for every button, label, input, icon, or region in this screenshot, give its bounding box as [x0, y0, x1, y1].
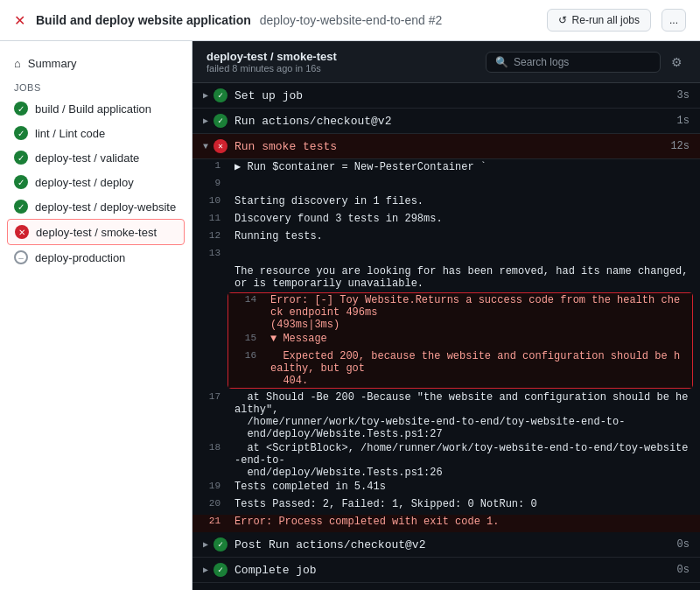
step-error-icon [214, 139, 228, 153]
sidebar: ⌂ Summary Jobs build / Build application… [0, 41, 192, 590]
main-content: deploy-test / smoke-test failed 8 minute… [192, 41, 700, 590]
log-line: 20 Tests Passed: 2, Failed: 1, Skipped: … [192, 497, 700, 515]
more-button[interactable]: ... [662, 9, 686, 32]
step-success-icon [214, 88, 228, 102]
step-checkout[interactable]: ▶ Run actions/checkout@v2 1s [192, 109, 700, 134]
log-error-line: 15 ▼ Message [228, 332, 692, 349]
sidebar-item-deploy[interactable]: deploy-test / deploy [0, 170, 192, 194]
success-icon [14, 200, 28, 214]
success-icon [14, 151, 28, 165]
home-icon: ⌂ [14, 57, 21, 70]
page-title: Build and deploy website application dep… [36, 13, 536, 27]
error-icon [15, 225, 29, 239]
step-success-icon [214, 537, 228, 551]
log-area: ▶ Set up job 3s ▶ Run actions/checkout@v… [192, 83, 700, 590]
step-smoke[interactable]: ▼ Run smoke tests 12s [192, 134, 700, 159]
jobs-section-label: Jobs [0, 75, 192, 96]
log-line: 17 at Should -Be 200 -Because "the websi… [192, 390, 700, 441]
log-line: 21 Error: Process completed with exit co… [192, 515, 700, 532]
sidebar-summary[interactable]: ⌂ Summary [0, 52, 192, 75]
step-success-icon [214, 114, 228, 128]
log-line: 10 Starting discovery in 1 files. [192, 194, 700, 212]
log-line: 13 [192, 247, 700, 264]
log-line: 19 Tests completed in 5.41s [192, 480, 700, 497]
main-header: deploy-test / smoke-test failed 8 minute… [192, 41, 700, 83]
sidebar-item-build[interactable]: build / Build application [0, 96, 192, 121]
chevron-right-icon: ▶ [203, 90, 208, 101]
log-line: 1 ▶ Run $container = New-PesterContainer… [192, 159, 700, 177]
step-success-icon [214, 563, 228, 577]
log-line: 11 Discovery found 3 tests in 298ms. [192, 212, 700, 229]
main-header-title: deploy-test / smoke-test failed 8 minute… [206, 50, 337, 74]
skip-icon [14, 250, 28, 264]
search-bar[interactable]: 🔍 Search logs [486, 52, 661, 73]
error-block: 14 Error: [-] Toy Website.Returns a succ… [228, 292, 693, 389]
log-error-line: 16 Expected 200, because the website and… [228, 349, 692, 388]
sidebar-item-validate[interactable]: deploy-test / validate [0, 145, 192, 170]
success-icon [14, 102, 28, 116]
step-complete[interactable]: ▶ Complete job 0s [192, 558, 700, 583]
success-icon [14, 175, 28, 189]
page-header: ✕ Build and deploy website application d… [0, 0, 700, 41]
main-layout: ⌂ Summary Jobs build / Build application… [0, 41, 700, 590]
search-icon: 🔍 [495, 56, 508, 68]
chevron-down-icon: ▼ [203, 142, 208, 151]
rerun-button[interactable]: ↺ Re-run all jobs [547, 9, 651, 32]
chevron-right-icon: ▶ [203, 116, 208, 126]
sidebar-item-production[interactable]: deploy-production [0, 245, 192, 270]
log-line: The resource you are looking for has bee… [192, 264, 700, 291]
sidebar-item-deploy-website[interactable]: deploy-test / deploy-website [0, 194, 192, 219]
step-post-checkout[interactable]: ▶ Post Run actions/checkout@v2 0s [192, 532, 700, 558]
chevron-right-icon: ▶ [203, 539, 208, 550]
chevron-right-icon: ▶ [203, 565, 208, 575]
log-line: 12 Running tests. [192, 229, 700, 247]
rerun-icon: ↺ [558, 14, 567, 26]
settings-button[interactable]: ⚙ [668, 52, 686, 73]
log-line: 18 at <ScriptBlock>, /home/runner/work/t… [192, 441, 700, 480]
log-error-line: 14 Error: [-] Toy Website.Returns a succ… [228, 293, 692, 332]
sidebar-item-lint[interactable]: lint / Lint code [0, 121, 192, 145]
log-content: 1 ▶ Run $container = New-PesterContainer… [192, 159, 700, 532]
error-icon: ✕ [14, 12, 25, 29]
log-line: 9 [192, 177, 700, 194]
step-setup[interactable]: ▶ Set up job 3s [192, 83, 700, 109]
success-icon [14, 126, 28, 140]
sidebar-item-smoke-test[interactable]: deploy-test / smoke-test [7, 219, 185, 245]
